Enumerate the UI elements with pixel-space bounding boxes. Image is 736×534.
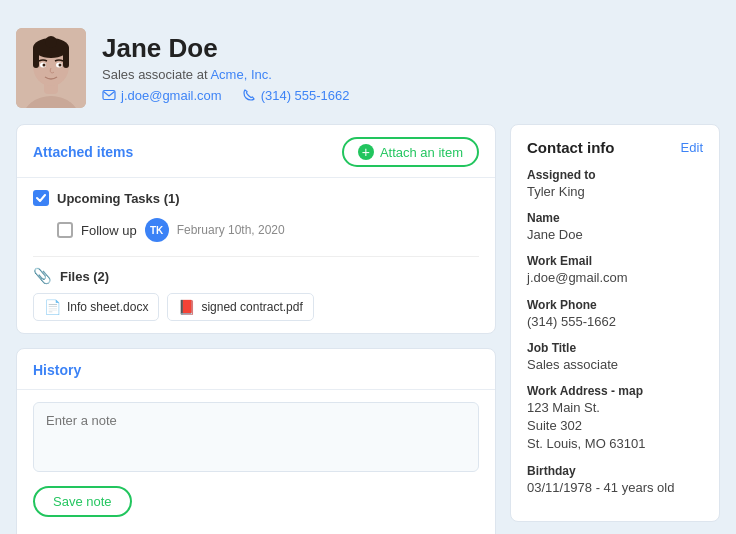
note-textarea[interactable]	[33, 402, 479, 472]
attached-items-header: Attached items + Attach an item	[17, 125, 495, 178]
field-label-0: Assigned to	[527, 168, 703, 182]
avatar	[16, 28, 86, 108]
contact-info-card: Contact info Edit Assigned to Tyler King…	[510, 124, 720, 522]
file-name-1: signed contract.pdf	[201, 300, 302, 314]
field-value-6: 03/11/1978 - 41 years old	[527, 479, 703, 497]
attached-items-body: Upcoming Tasks (1) Follow up TK February…	[17, 178, 495, 333]
task-assignee-badge: TK	[145, 218, 169, 242]
contact-field-1: Name Jane Doe	[527, 211, 703, 244]
attached-items-card: Attached items + Attach an item	[16, 124, 496, 334]
contact-field-4: Job Title Sales associate	[527, 341, 703, 374]
doc-icon: 📄	[44, 299, 61, 315]
profile-contact: j.doe@gmail.com (314) 555-1662	[102, 88, 720, 103]
profile-name: Jane Doe	[102, 33, 720, 64]
task-date: February 10th, 2020	[177, 223, 285, 237]
left-column: Attached items + Attach an item	[16, 124, 496, 534]
field-label-2: Work Email	[527, 254, 703, 268]
tasks-checkbox-checked[interactable]	[33, 190, 49, 206]
file-chip-0[interactable]: 📄 Info sheet.docx	[33, 293, 159, 321]
field-label-6: Birthday	[527, 464, 703, 478]
history-title: History	[33, 362, 81, 378]
profile-title: Sales associate at Acme, Inc.	[102, 67, 720, 82]
svg-rect-6	[63, 46, 69, 68]
svg-rect-5	[33, 46, 39, 68]
contact-field-6: Birthday 03/11/1978 - 41 years old	[527, 464, 703, 497]
field-value-2: j.doe@gmail.com	[527, 269, 703, 287]
task-row: Follow up TK February 10th, 2020	[33, 214, 479, 246]
profile-header: Jane Doe Sales associate at Acme, Inc. j…	[16, 16, 720, 124]
svg-point-7	[45, 36, 57, 48]
field-label-4: Job Title	[527, 341, 703, 355]
tasks-section-title: Upcoming Tasks (1)	[57, 191, 180, 206]
attach-item-button[interactable]: + Attach an item	[342, 137, 479, 167]
task-checkbox[interactable]	[57, 222, 73, 238]
task-name: Follow up	[81, 223, 137, 238]
field-value-5: 123 Main St. Suite 302 St. Louis, MO 631…	[527, 399, 703, 454]
contact-card-header: Contact info Edit	[527, 139, 703, 156]
field-value-1: Jane Doe	[527, 226, 703, 244]
edit-link[interactable]: Edit	[681, 140, 703, 155]
company-link[interactable]: Acme, Inc.	[210, 67, 271, 82]
files-section-label: 📎 Files (2)	[33, 267, 479, 285]
right-column: Contact info Edit Assigned to Tyler King…	[510, 124, 720, 522]
plus-icon: +	[358, 144, 374, 160]
contact-field-3: Work Phone (314) 555-1662	[527, 298, 703, 331]
files-row: 📄 Info sheet.docx 📕 signed contract.pdf	[33, 293, 479, 321]
files-section-title: Files (2)	[60, 269, 109, 284]
tasks-section-label: Upcoming Tasks (1)	[33, 190, 479, 206]
attached-items-title: Attached items	[33, 144, 133, 160]
field-label-1: Name	[527, 211, 703, 225]
field-value-3: (314) 555-1662	[527, 313, 703, 331]
paperclip-icon: 📎	[33, 267, 52, 285]
svg-point-11	[59, 64, 62, 67]
profile-info: Jane Doe Sales associate at Acme, Inc. j…	[102, 33, 720, 102]
email-link[interactable]: j.doe@gmail.com	[121, 88, 222, 103]
phone-icon	[242, 88, 256, 102]
attach-button-label: Attach an item	[380, 145, 463, 160]
email-icon	[102, 88, 116, 102]
field-label-5: Work Address - map	[527, 384, 703, 398]
history-body: Save note Today (Monday, February 10th) …	[17, 390, 495, 534]
phone-contact: (314) 555-1662	[242, 88, 350, 103]
file-name-0: Info sheet.docx	[67, 300, 148, 314]
file-chip-1[interactable]: 📕 signed contract.pdf	[167, 293, 313, 321]
save-note-button[interactable]: Save note	[33, 486, 132, 517]
contact-field-0: Assigned to Tyler King	[527, 168, 703, 201]
contact-field-2: Work Email j.doe@gmail.com	[527, 254, 703, 287]
contact-info-title: Contact info	[527, 139, 615, 156]
email-contact: j.doe@gmail.com	[102, 88, 222, 103]
main-layout: Attached items + Attach an item	[16, 124, 720, 534]
field-label-3: Work Phone	[527, 298, 703, 312]
contact-field-5: Work Address - map 123 Main St. Suite 30…	[527, 384, 703, 454]
field-value-4: Sales associate	[527, 356, 703, 374]
pdf-icon: 📕	[178, 299, 195, 315]
field-value-0: Tyler King	[527, 183, 703, 201]
history-header: History	[17, 349, 495, 390]
history-card: History Save note Today (Monday, Februar…	[16, 348, 496, 534]
section-divider	[33, 256, 479, 257]
page-container: Jane Doe Sales associate at Acme, Inc. j…	[0, 0, 736, 534]
svg-point-10	[43, 64, 46, 67]
phone-link[interactable]: (314) 555-1662	[261, 88, 350, 103]
